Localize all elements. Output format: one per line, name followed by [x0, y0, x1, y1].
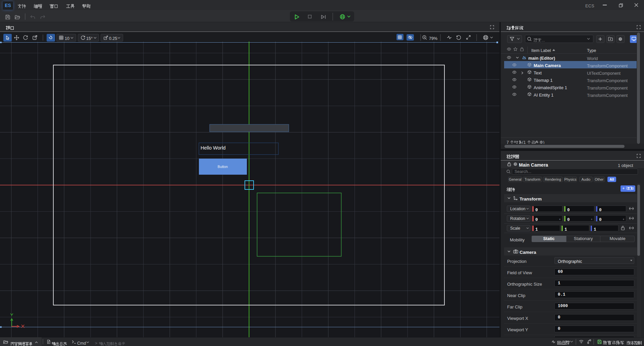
svg-text:Hello World: Hello World: [201, 145, 226, 151]
svg-text:Button: Button: [218, 165, 228, 169]
